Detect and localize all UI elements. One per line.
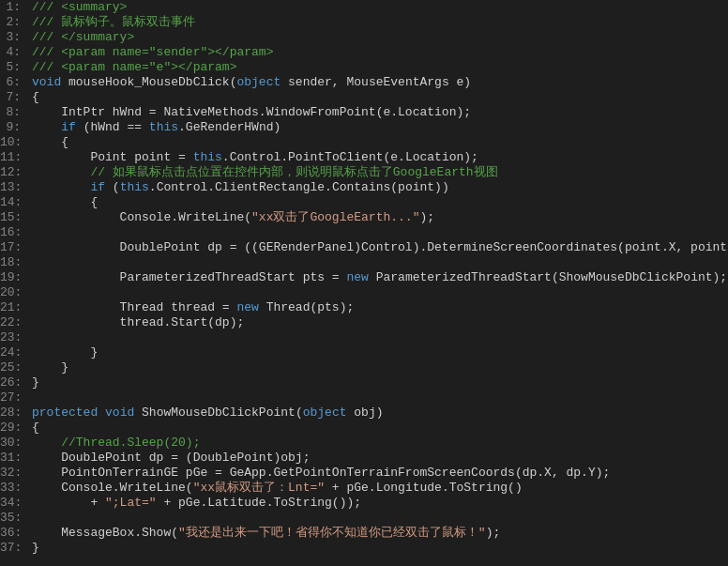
code-token: + pGe.Longitude.ToString() bbox=[325, 481, 523, 495]
code-token: object bbox=[236, 75, 281, 89]
code-token: (hWnd == bbox=[76, 120, 149, 134]
code-token: this bbox=[193, 150, 222, 164]
line-content: if (this.Control.ClientRectangle.Contain… bbox=[28, 180, 728, 195]
code-token: object bbox=[303, 405, 347, 420]
table-row: 18: bbox=[0, 255, 728, 270]
line-number: 22: bbox=[0, 315, 28, 330]
line-content: // 如果鼠标点击点位置在控件内部，则说明鼠标点击了GoogleEarth视图 bbox=[28, 165, 728, 180]
line-content: /// </summary> bbox=[28, 30, 728, 45]
code-token: } bbox=[32, 375, 39, 390]
table-row: 5:/// <param name="e"></param> bbox=[0, 60, 728, 75]
code-token: void bbox=[105, 405, 134, 420]
line-content bbox=[28, 255, 728, 270]
line-content: Console.WriteLine("xx鼠标双击了：Lnt=" + pGe.L… bbox=[28, 481, 728, 496]
code-token: /// <param name="e"></param> bbox=[32, 60, 236, 74]
table-row: 37:} bbox=[0, 541, 728, 556]
line-content: Point point = this.Control.PointToClient… bbox=[28, 150, 728, 165]
line-number: 6: bbox=[0, 75, 28, 90]
table-row: 8: IntPtr hWnd = NativeMethods.WindowFro… bbox=[0, 105, 728, 120]
line-number: 10: bbox=[0, 135, 28, 150]
code-token: { bbox=[32, 135, 68, 149]
table-row: 16: bbox=[0, 225, 728, 240]
line-content: } bbox=[28, 360, 728, 375]
line-content: + ";Lat=" + pGe.Latitude.ToString()); bbox=[28, 496, 728, 511]
table-row: 30: //Thread.Sleep(20); bbox=[0, 436, 728, 451]
table-row: 2:/// 鼠标钩子。鼠标双击事件 bbox=[0, 15, 728, 30]
code-token: "xx双击了GoogleEarth..." bbox=[251, 210, 419, 224]
table-row: 14: { bbox=[0, 195, 728, 210]
code-token: Console.WriteLine( bbox=[32, 210, 251, 224]
line-number: 15: bbox=[0, 210, 28, 225]
line-number: 30: bbox=[0, 436, 28, 451]
line-number: 13: bbox=[0, 180, 28, 195]
line-number: 9: bbox=[0, 120, 28, 135]
table-row: 22: thread.Start(dp); bbox=[0, 315, 728, 330]
line-number: 5: bbox=[0, 60, 28, 75]
table-row: 1:/// <summary> bbox=[0, 0, 728, 15]
line-content: /// 鼠标钩子。鼠标双击事件 bbox=[28, 15, 728, 30]
code-token: ShowMouseDbClickPoint( bbox=[134, 405, 302, 420]
code-token: /// <param name="sender"></param> bbox=[32, 45, 273, 59]
line-content: } bbox=[28, 541, 728, 556]
line-number: 21: bbox=[0, 300, 28, 315]
line-number: 35: bbox=[0, 511, 28, 526]
line-number: 23: bbox=[0, 330, 28, 345]
table-row: 24: } bbox=[0, 345, 728, 360]
code-token: obj) bbox=[347, 405, 384, 420]
table-row: 25: } bbox=[0, 360, 728, 375]
code-token: void bbox=[32, 75, 61, 89]
line-content: //Thread.Sleep(20); bbox=[28, 436, 728, 451]
line-number: 27: bbox=[0, 390, 28, 405]
code-token: .GeRenderHWnd) bbox=[178, 120, 281, 134]
line-number: 2: bbox=[0, 15, 28, 30]
code-token: // 如果鼠标点击点位置在控件内部，则说明鼠标点击了GoogleEarth视图 bbox=[32, 165, 498, 179]
table-row: 13: if (this.Control.ClientRectangle.Con… bbox=[0, 180, 728, 195]
line-content: } bbox=[28, 345, 728, 360]
code-token: } bbox=[32, 541, 39, 555]
table-row: 36: MessageBox.Show("我还是出来一下吧！省得你不知道你已经双… bbox=[0, 526, 728, 541]
code-token: DoublePoint dp = ((GERenderPanel)Control… bbox=[32, 240, 728, 254]
code-token: ParameterizedThreadStart(ShowMouseDbClic… bbox=[369, 270, 727, 284]
line-content: Console.WriteLine("xx双击了GoogleEarth...")… bbox=[28, 210, 728, 225]
line-number: 33: bbox=[0, 481, 28, 496]
line-content: if (hWnd == this.GeRenderHWnd) bbox=[28, 120, 728, 135]
code-token: "xx鼠标双击了：Lnt=" bbox=[193, 481, 325, 495]
line-number: 26: bbox=[0, 375, 28, 390]
table-row: 15: Console.WriteLine("xx双击了GoogleEarth.… bbox=[0, 210, 728, 225]
table-row: 17: DoublePoint dp = ((GERenderPanel)Con… bbox=[0, 240, 728, 255]
table-row: 11: Point point = this.Control.PointToCl… bbox=[0, 150, 728, 165]
table-row: 6:void mouseHook_MouseDbClick(object sen… bbox=[0, 75, 728, 90]
line-content: { bbox=[28, 195, 728, 210]
line-number: 32: bbox=[0, 466, 28, 481]
line-content bbox=[28, 285, 728, 300]
table-row: 28:protected void ShowMouseDbClickPoint(… bbox=[0, 405, 728, 421]
table-row: 35: bbox=[0, 511, 728, 526]
code-token: mouseHook_MouseDbClick( bbox=[61, 75, 236, 89]
code-token: DoublePoint dp = (DoublePoint)obj; bbox=[32, 451, 310, 465]
line-content bbox=[28, 511, 728, 526]
table-row: 12: // 如果鼠标点击点位置在控件内部，则说明鼠标点击了GoogleEart… bbox=[0, 165, 728, 180]
table-row: 9: if (hWnd == this.GeRenderHWnd) bbox=[0, 120, 728, 135]
code-token: { bbox=[32, 195, 98, 209]
code-token: } bbox=[32, 360, 68, 375]
line-content bbox=[28, 390, 728, 405]
code-token: .Control.ClientRectangle.Contains(point)… bbox=[149, 180, 449, 194]
line-number: 20: bbox=[0, 285, 28, 300]
line-content: IntPtr hWnd = NativeMethods.WindowFromPo… bbox=[28, 105, 728, 120]
code-token: sender, MouseEventArgs e) bbox=[281, 75, 471, 89]
code-token: Point point = bbox=[32, 150, 193, 164]
line-number: 34: bbox=[0, 496, 28, 511]
line-content: protected void ShowMouseDbClickPoint(obj… bbox=[28, 405, 728, 421]
code-token: IntPtr hWnd = NativeMethods.WindowFromPo… bbox=[32, 105, 471, 119]
table-row: 10: { bbox=[0, 135, 728, 150]
code-token: protected bbox=[32, 405, 98, 420]
code-editor: 1:/// <summary>2:/// 鼠标钩子。鼠标双击事件3:/// </… bbox=[0, 0, 728, 566]
line-number: 28: bbox=[0, 405, 28, 421]
line-content: DoublePoint dp = ((GERenderPanel)Control… bbox=[28, 240, 728, 255]
code-token: /// 鼠标钩子。鼠标双击事件 bbox=[32, 15, 195, 29]
table-row: 26:} bbox=[0, 375, 728, 390]
code-token: Console.WriteLine( bbox=[32, 481, 193, 495]
table-row: 23: bbox=[0, 330, 728, 345]
code-token bbox=[98, 405, 105, 420]
code-token bbox=[32, 180, 90, 194]
